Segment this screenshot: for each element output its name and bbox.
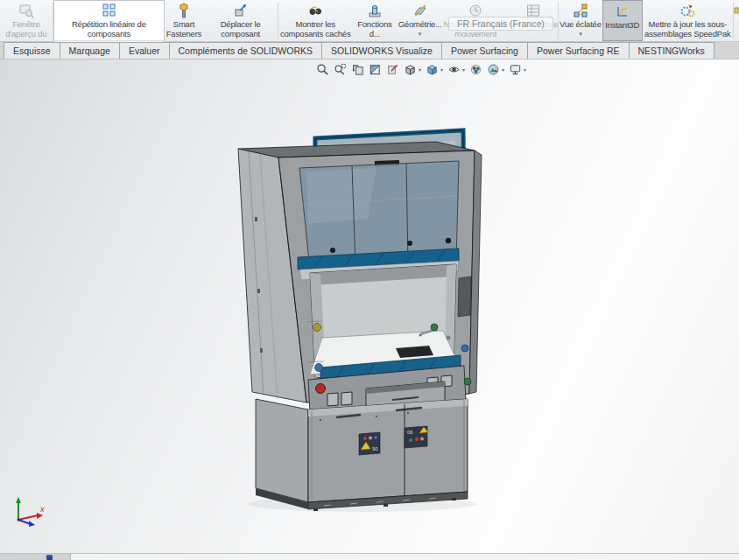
bill-of-materials-icon	[525, 3, 541, 18]
dropdown-arrow-icon[interactable]: ▾	[419, 66, 421, 73]
section-view-icon[interactable]	[368, 62, 382, 76]
display-style-icon[interactable]	[425, 62, 439, 76]
dropdown-arrow-icon[interactable]: ▾	[502, 66, 504, 73]
model-valve-yellow	[313, 324, 321, 332]
dropdown-arrow-icon[interactable]: ▾	[524, 66, 526, 73]
instant3d-icon	[615, 4, 630, 19]
model-lower-cabinet[interactable]: 90 06	[256, 399, 468, 502]
zoom-to-area-icon[interactable]	[333, 62, 347, 76]
view-settings-icon[interactable]	[508, 62, 522, 76]
command-manager-ribbon: Fenêtre d'aperçu du composant Répétition…	[0, 0, 739, 42]
ribbon-button-instant3d[interactable]: Instant3D	[602, 0, 643, 41]
svg-text:06: 06	[407, 430, 413, 435]
ribbon-button-component-preview[interactable]: Fenêtre d'aperçu du composant	[0, 0, 53, 41]
zoom-to-fit-icon[interactable]	[315, 62, 329, 76]
tab-nestingworks[interactable]: NESTINGWorks	[629, 42, 714, 59]
dropdown-arrow-icon[interactable]: ▾	[462, 66, 465, 73]
clipped-icon	[734, 3, 739, 18]
ribbon-button-move-component[interactable]: Déplacer le composant ▾	[203, 0, 278, 41]
previous-view-icon[interactable]	[350, 62, 364, 76]
tab-solidworks-visualize[interactable]: SOLIDWORKS Visualize	[321, 42, 442, 59]
model-valve-green-right	[464, 378, 471, 385]
smart-fasteners-icon	[176, 3, 192, 18]
ribbon-button-exploded-view[interactable]: Vue éclatée ▾	[559, 0, 602, 41]
edit-appearance-icon[interactable]	[468, 62, 482, 76]
graphics-area[interactable]: ▾ ▾ ▾ ▾ ▾	[0, 60, 739, 553]
flyout-arrow-icon[interactable]: ▾	[419, 30, 422, 38]
speedpak-icon	[679, 3, 695, 18]
heads-up-view-toolbar: ▾ ▾ ▾ ▾ ▾	[315, 62, 526, 76]
ribbon-button-show-hidden-components[interactable]: Montrer les composants cachés	[278, 0, 352, 41]
move-component-icon	[233, 3, 249, 18]
apply-scene-icon[interactable]	[486, 62, 500, 76]
triad-y-axis	[16, 497, 21, 503]
dynamic-annotation-views-icon[interactable]	[385, 62, 399, 76]
motion-study-icon	[468, 3, 483, 18]
ribbon-button-smart-fasteners[interactable]: Smart Fasteners	[165, 0, 203, 41]
model-faucet-handle	[431, 324, 438, 331]
triad-z-axis	[29, 521, 35, 527]
assembly-features-icon	[367, 3, 383, 18]
tab-esquisse[interactable]: Esquisse	[4, 42, 60, 59]
triad-x-axis	[37, 513, 43, 519]
view-orientation-icon[interactable]	[403, 62, 417, 76]
ribbon-button-bill-of-materials[interactable]: Nomenclature	[509, 0, 558, 41]
3d-model-fume-hood[interactable]: 90 06 x	[0, 60, 739, 553]
ribbon-button-new-motion-study[interactable]: Nouvelle étude de mouvement	[442, 0, 509, 41]
reference-geometry-icon	[412, 3, 428, 18]
tab-evaluer[interactable]: Evaluer	[119, 42, 170, 59]
orientation-triad: x	[16, 497, 45, 527]
tab-power-surfacing-re[interactable]: Power Surfacing RE	[527, 42, 630, 59]
status-bar-left-segment	[0, 554, 71, 560]
ribbon-button-reference-geometry[interactable]: Géométrie... ▾	[398, 0, 443, 41]
tab-complements-solidworks[interactable]: Compléments de SOLIDWORKS	[169, 42, 322, 59]
command-manager-tabs: Esquisse Marquage Evaluer Compléments de…	[0, 42, 739, 60]
model-socket	[327, 393, 338, 406]
solidworks-status-icon	[46, 555, 53, 560]
linear-pattern-icon	[101, 3, 116, 18]
show-hidden-components-icon	[307, 3, 323, 18]
status-bar	[0, 553, 739, 560]
tab-power-surfacing[interactable]: Power Surfacing	[441, 42, 528, 59]
ribbon-button-update-speedpak[interactable]: Mettre à jour les sous-assemblages Speed…	[643, 0, 733, 41]
exploded-view-icon	[573, 3, 588, 18]
tab-marquage[interactable]: Marquage	[60, 42, 120, 59]
dropdown-arrow-icon[interactable]: ▾	[440, 66, 443, 73]
ribbon-button-clipped[interactable]	[734, 0, 739, 41]
ribbon-button-assembly-features[interactable]: Fonctions d... ▾	[352, 0, 398, 41]
flyout-arrow-icon[interactable]: ▾	[579, 30, 582, 38]
component-preview-icon	[18, 3, 34, 18]
model-valve-blue	[315, 364, 323, 372]
model-hazard-label-right: 06	[405, 426, 428, 448]
model-valve-blue-right	[461, 345, 468, 352]
triad-x-label: x	[39, 505, 45, 514]
hide-show-items-icon[interactable]	[447, 62, 461, 76]
model-socket	[341, 392, 352, 405]
model-hazard-label-left: 90	[359, 432, 380, 455]
ribbon-button-linear-component-pattern[interactable]: Répétition linéaire de composants ▾	[53, 0, 165, 41]
model-emergency-button	[316, 384, 326, 394]
svg-text:90: 90	[372, 446, 378, 452]
